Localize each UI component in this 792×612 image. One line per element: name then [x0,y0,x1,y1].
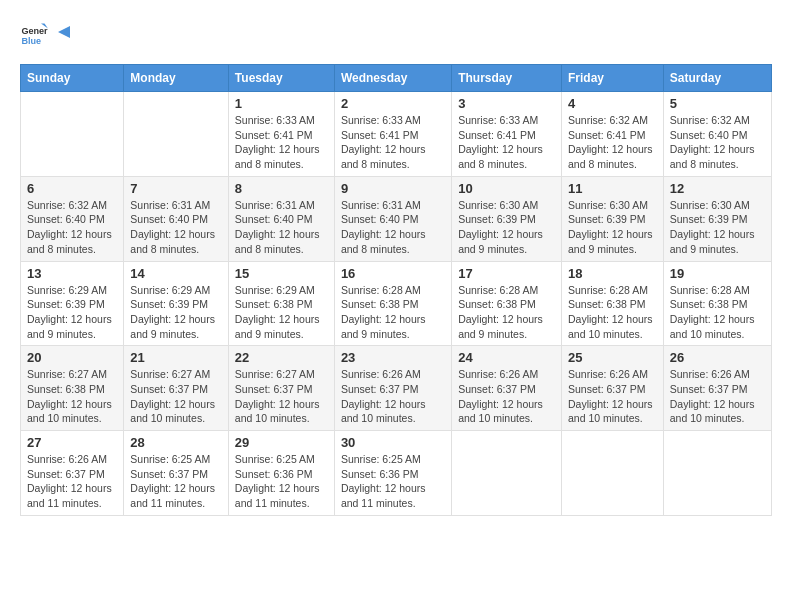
day-info: Sunrise: 6:30 AM Sunset: 6:39 PM Dayligh… [670,198,765,257]
calendar-cell: 5Sunrise: 6:32 AM Sunset: 6:40 PM Daylig… [663,92,771,177]
day-number: 21 [130,350,222,365]
page-header: General Blue [20,20,772,48]
day-number: 29 [235,435,328,450]
calendar-week-row: 20Sunrise: 6:27 AM Sunset: 6:38 PM Dayli… [21,346,772,431]
day-number: 14 [130,266,222,281]
calendar-cell: 15Sunrise: 6:29 AM Sunset: 6:38 PM Dayli… [228,261,334,346]
day-info: Sunrise: 6:32 AM Sunset: 6:40 PM Dayligh… [670,113,765,172]
logo-icon: General Blue [20,20,48,48]
calendar-week-row: 6Sunrise: 6:32 AM Sunset: 6:40 PM Daylig… [21,176,772,261]
column-header-tuesday: Tuesday [228,65,334,92]
day-info: Sunrise: 6:28 AM Sunset: 6:38 PM Dayligh… [568,283,657,342]
day-info: Sunrise: 6:27 AM Sunset: 6:38 PM Dayligh… [27,367,117,426]
day-info: Sunrise: 6:26 AM Sunset: 6:37 PM Dayligh… [568,367,657,426]
column-header-thursday: Thursday [452,65,562,92]
svg-text:General: General [21,26,48,36]
calendar-cell: 23Sunrise: 6:26 AM Sunset: 6:37 PM Dayli… [334,346,451,431]
svg-marker-4 [58,26,70,38]
day-number: 3 [458,96,555,111]
calendar-table: SundayMondayTuesdayWednesdayThursdayFrid… [20,64,772,516]
calendar-cell [124,92,229,177]
day-number: 18 [568,266,657,281]
day-number: 2 [341,96,445,111]
calendar-cell: 24Sunrise: 6:26 AM Sunset: 6:37 PM Dayli… [452,346,562,431]
day-info: Sunrise: 6:29 AM Sunset: 6:38 PM Dayligh… [235,283,328,342]
day-number: 13 [27,266,117,281]
day-number: 22 [235,350,328,365]
column-header-monday: Monday [124,65,229,92]
day-info: Sunrise: 6:30 AM Sunset: 6:39 PM Dayligh… [458,198,555,257]
day-number: 1 [235,96,328,111]
calendar-cell: 16Sunrise: 6:28 AM Sunset: 6:38 PM Dayli… [334,261,451,346]
calendar-cell: 3Sunrise: 6:33 AM Sunset: 6:41 PM Daylig… [452,92,562,177]
calendar-header-row: SundayMondayTuesdayWednesdayThursdayFrid… [21,65,772,92]
day-info: Sunrise: 6:27 AM Sunset: 6:37 PM Dayligh… [130,367,222,426]
day-number: 4 [568,96,657,111]
day-number: 19 [670,266,765,281]
calendar-cell: 28Sunrise: 6:25 AM Sunset: 6:37 PM Dayli… [124,431,229,516]
calendar-cell [561,431,663,516]
day-info: Sunrise: 6:28 AM Sunset: 6:38 PM Dayligh… [341,283,445,342]
day-number: 8 [235,181,328,196]
day-info: Sunrise: 6:31 AM Sunset: 6:40 PM Dayligh… [130,198,222,257]
calendar-cell: 21Sunrise: 6:27 AM Sunset: 6:37 PM Dayli… [124,346,229,431]
day-number: 5 [670,96,765,111]
day-info: Sunrise: 6:26 AM Sunset: 6:37 PM Dayligh… [27,452,117,511]
calendar-cell: 6Sunrise: 6:32 AM Sunset: 6:40 PM Daylig… [21,176,124,261]
day-number: 12 [670,181,765,196]
calendar-cell: 27Sunrise: 6:26 AM Sunset: 6:37 PM Dayli… [21,431,124,516]
day-number: 25 [568,350,657,365]
calendar-cell: 29Sunrise: 6:25 AM Sunset: 6:36 PM Dayli… [228,431,334,516]
day-number: 11 [568,181,657,196]
day-info: Sunrise: 6:31 AM Sunset: 6:40 PM Dayligh… [235,198,328,257]
logo: General Blue [20,20,72,48]
day-info: Sunrise: 6:30 AM Sunset: 6:39 PM Dayligh… [568,198,657,257]
calendar-cell: 9Sunrise: 6:31 AM Sunset: 6:40 PM Daylig… [334,176,451,261]
day-number: 6 [27,181,117,196]
calendar-cell [663,431,771,516]
day-number: 28 [130,435,222,450]
calendar-cell: 8Sunrise: 6:31 AM Sunset: 6:40 PM Daylig… [228,176,334,261]
day-number: 15 [235,266,328,281]
calendar-cell: 25Sunrise: 6:26 AM Sunset: 6:37 PM Dayli… [561,346,663,431]
day-info: Sunrise: 6:28 AM Sunset: 6:38 PM Dayligh… [458,283,555,342]
column-header-friday: Friday [561,65,663,92]
calendar-week-row: 13Sunrise: 6:29 AM Sunset: 6:39 PM Dayli… [21,261,772,346]
day-number: 23 [341,350,445,365]
svg-text:Blue: Blue [21,36,41,46]
day-number: 26 [670,350,765,365]
day-info: Sunrise: 6:33 AM Sunset: 6:41 PM Dayligh… [458,113,555,172]
calendar-cell: 30Sunrise: 6:25 AM Sunset: 6:36 PM Dayli… [334,431,451,516]
day-number: 30 [341,435,445,450]
day-info: Sunrise: 6:29 AM Sunset: 6:39 PM Dayligh… [27,283,117,342]
day-number: 24 [458,350,555,365]
calendar-cell: 10Sunrise: 6:30 AM Sunset: 6:39 PM Dayli… [452,176,562,261]
calendar-cell: 7Sunrise: 6:31 AM Sunset: 6:40 PM Daylig… [124,176,229,261]
day-info: Sunrise: 6:33 AM Sunset: 6:41 PM Dayligh… [341,113,445,172]
day-info: Sunrise: 6:31 AM Sunset: 6:40 PM Dayligh… [341,198,445,257]
day-info: Sunrise: 6:33 AM Sunset: 6:41 PM Dayligh… [235,113,328,172]
day-info: Sunrise: 6:26 AM Sunset: 6:37 PM Dayligh… [341,367,445,426]
calendar-cell: 12Sunrise: 6:30 AM Sunset: 6:39 PM Dayli… [663,176,771,261]
calendar-cell: 19Sunrise: 6:28 AM Sunset: 6:38 PM Dayli… [663,261,771,346]
day-number: 17 [458,266,555,281]
day-info: Sunrise: 6:25 AM Sunset: 6:36 PM Dayligh… [341,452,445,511]
day-info: Sunrise: 6:32 AM Sunset: 6:41 PM Dayligh… [568,113,657,172]
day-info: Sunrise: 6:28 AM Sunset: 6:38 PM Dayligh… [670,283,765,342]
day-info: Sunrise: 6:25 AM Sunset: 6:37 PM Dayligh… [130,452,222,511]
day-info: Sunrise: 6:27 AM Sunset: 6:37 PM Dayligh… [235,367,328,426]
day-info: Sunrise: 6:26 AM Sunset: 6:37 PM Dayligh… [458,367,555,426]
calendar-week-row: 1Sunrise: 6:33 AM Sunset: 6:41 PM Daylig… [21,92,772,177]
column-header-sunday: Sunday [21,65,124,92]
day-number: 27 [27,435,117,450]
column-header-wednesday: Wednesday [334,65,451,92]
day-number: 10 [458,181,555,196]
calendar-cell: 26Sunrise: 6:26 AM Sunset: 6:37 PM Dayli… [663,346,771,431]
column-header-saturday: Saturday [663,65,771,92]
logo-arrow-icon [56,24,72,40]
calendar-cell: 17Sunrise: 6:28 AM Sunset: 6:38 PM Dayli… [452,261,562,346]
day-number: 7 [130,181,222,196]
day-number: 20 [27,350,117,365]
day-info: Sunrise: 6:32 AM Sunset: 6:40 PM Dayligh… [27,198,117,257]
calendar-cell [21,92,124,177]
